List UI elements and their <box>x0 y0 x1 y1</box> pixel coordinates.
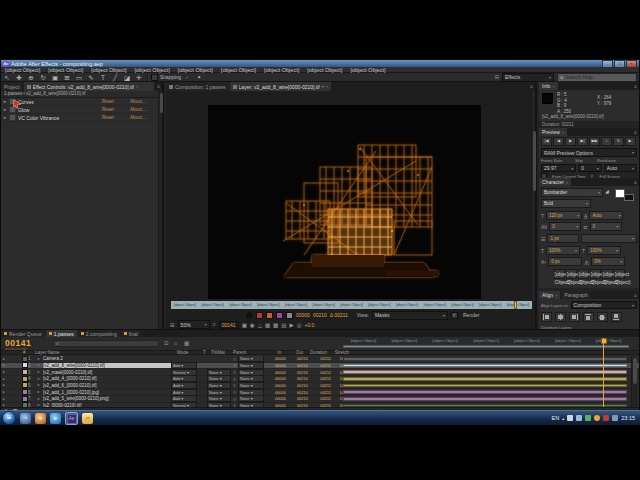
video-eye-icon[interactable]: ● <box>1 377 6 381</box>
menu-item[interactable]: [object Object] <box>346 67 389 73</box>
stroke-color-swatch[interactable] <box>624 194 634 201</box>
parent-pickwhip-icon[interactable]: ◎ <box>231 370 238 374</box>
tab-layer[interactable]: Layer: v2_add_8_wire[0000-0210].tif ▾ × <box>230 82 332 91</box>
leading-field[interactable]: Auto▾ <box>589 211 623 220</box>
faux-style-button[interactable]: [object Object] <box>566 269 577 279</box>
menu-item[interactable]: [object Object] <box>260 67 303 73</box>
panel-menu-icon[interactable]: ≣ <box>632 84 639 89</box>
timeline-tab[interactable]: final <box>121 330 141 337</box>
tray-volume-icon[interactable] <box>576 415 582 421</box>
tray-expand-icon[interactable]: ▴ <box>562 416 564 421</box>
shape-tool-icon[interactable]: ▭ <box>73 73 85 82</box>
out-value[interactable]: 00210 <box>286 390 308 395</box>
duration-value[interactable]: 00211 <box>308 356 331 361</box>
align-top-icon[interactable] <box>583 312 594 322</box>
layer-name[interactable]: [v2_add_5_wire[0000-0210].png] <box>43 396 171 401</box>
transparency-grid-icon[interactable] <box>246 312 253 319</box>
snapshot-icon[interactable]: ▣ <box>242 322 247 328</box>
search-help-input[interactable]: ⊙ Search Help <box>557 73 637 82</box>
panel-menu-icon[interactable]: ≣ <box>632 293 639 298</box>
timeline-ruler[interactable]: [object Object][object Object][object Ob… <box>343 338 629 344</box>
composition-mini-flowchart-icon[interactable]: ⊡ <box>164 340 169 346</box>
playhead-handle[interactable] <box>601 338 607 344</box>
layer-name[interactable]: [v2_mask[0000-0210].tif] <box>43 370 171 375</box>
panel-menu-icon[interactable]: ≣ <box>632 180 639 185</box>
effect-row[interactable]: ► Glow Reset About... <box>1 106 162 114</box>
workspace-dropdown[interactable]: Effects▾ <box>502 73 554 82</box>
blue-channel-icon[interactable] <box>276 312 283 319</box>
layer-duration-bar[interactable] <box>343 357 627 361</box>
duration-value[interactable]: 00211 <box>308 363 331 368</box>
tsume-field[interactable]: 0%▾ <box>591 257 625 266</box>
in-value[interactable]: 00000 <box>264 363 286 368</box>
table-row[interactable]: ● 3 ► [v2_mask[0000-0210].tif] Normal ▾ … <box>1 369 639 376</box>
layer-duration-bar[interactable] <box>343 364 627 368</box>
table-row[interactable]: ● 5 ► [v2_add_6_[0000-0210].tif] Add ▾ N… <box>1 383 639 390</box>
baseline-shift-field[interactable]: 0 px <box>548 257 582 266</box>
axis-mode-icon[interactable]: ✦ <box>193 73 205 82</box>
out-value[interactable]: 00210 <box>286 363 308 368</box>
in-value[interactable]: 00000 <box>264 390 286 395</box>
type-tool-icon[interactable]: T <box>97 73 109 82</box>
menu-item[interactable]: [object Object] <box>217 67 260 73</box>
stretch-header[interactable]: Stretch <box>327 350 349 355</box>
vertical-scale-field[interactable]: 100%▾ <box>546 246 580 255</box>
duration-value[interactable]: 00211 <box>308 396 331 401</box>
video-eye-icon[interactable]: ● <box>1 363 6 367</box>
taskbar-explorer-folder-icon[interactable]: ▱ <box>82 413 93 424</box>
viewer-scrollbar[interactable] <box>531 91 535 301</box>
rotate-tool-icon[interactable]: ↻ <box>37 73 49 82</box>
table-row[interactable]: ● 1 ► Camera 2 ▾ ▾ ◎ None ▾ 00000 <box>1 356 639 363</box>
in-value[interactable]: 00000 <box>264 383 286 388</box>
twirl-icon[interactable]: ► <box>3 99 7 104</box>
language-indicator[interactable]: EN <box>552 415 560 421</box>
font-family-dropdown[interactable]: Bombardier▾ <box>541 188 603 197</box>
duration-value[interactable]: 00211 <box>308 383 331 388</box>
tray-network-icon[interactable] <box>612 415 618 421</box>
faux-style-button[interactable]: [object Object] <box>554 269 565 279</box>
effect-row[interactable]: ► Curves Reset About... <box>1 98 162 106</box>
view-dropdown[interactable]: Masks▾ <box>372 311 448 320</box>
first-frame-button[interactable]: |◀ <box>541 137 552 146</box>
alpha-channel-icon[interactable] <box>286 312 293 319</box>
parent-pickwhip-icon[interactable]: ◎ <box>231 397 238 401</box>
duration-value[interactable]: 00211 <box>308 390 331 395</box>
play-button[interactable]: ▶ <box>565 137 576 146</box>
taskbar-firefox-icon[interactable]: ◕ <box>35 413 46 424</box>
layer-time-ruler[interactable]: [object Object][object Object][object Ob… <box>171 301 532 309</box>
effect-reset-link[interactable]: Reset <box>102 99 128 104</box>
out-value[interactable]: 00210 <box>286 396 308 401</box>
draft-3d-icon[interactable]: ⌂ <box>174 340 177 346</box>
camera-tool-icon[interactable]: ▣ <box>49 73 61 82</box>
brush-tool-icon[interactable]: ╱ <box>109 73 121 82</box>
taskbar-clock[interactable]: 23:15 <box>621 415 635 421</box>
trkmat-header[interactable]: TrkMat <box>211 350 233 355</box>
effect-about-link[interactable]: About... <box>130 107 160 112</box>
faux-style-button[interactable]: [object Object] <box>602 269 613 279</box>
layer-in-point[interactable]: 00000 <box>296 312 310 318</box>
clone-stamp-tool-icon[interactable]: ◪ <box>121 73 133 82</box>
table-row[interactable]: ● 6 ► [v2_add_1_[0000-0210].jpg] Add ▾ N… <box>1 389 639 396</box>
layer-name[interactable]: [v2_add_4_[0000-0210].tif] <box>43 376 171 381</box>
stroke-width-field[interactable]: 1 px <box>547 234 579 243</box>
puppet-pin-tool-icon[interactable]: ✛ <box>133 73 145 82</box>
duration-header[interactable]: Duration <box>303 350 327 355</box>
video-eye-icon[interactable]: ● <box>1 357 6 361</box>
panel-menu-icon[interactable]: ≣ <box>632 130 639 135</box>
faux-style-button[interactable]: [object Object] <box>590 269 601 279</box>
exposure-value[interactable]: +0.0 <box>305 322 315 328</box>
align-right-icon[interactable] <box>569 312 580 322</box>
last-frame-button[interactable]: ▶▶ <box>589 137 600 146</box>
layer-duration-bar[interactable] <box>343 377 627 381</box>
tab-project[interactable]: Project <box>1 82 23 91</box>
tab-composition[interactable]: Composition: 1.passes <box>166 82 229 91</box>
out-value[interactable]: 00210 <box>286 376 308 381</box>
align-horizontal-center-icon[interactable] <box>555 312 566 322</box>
horizontal-scale-field[interactable]: 100%▾ <box>587 246 621 255</box>
snapping-checkbox[interactable] <box>151 74 158 81</box>
faux-style-button[interactable]: [object Object] <box>614 269 625 279</box>
start-button[interactable]: ⊞ <box>2 411 16 425</box>
taskbar-media-player-icon[interactable]: ◔ <box>20 413 31 424</box>
twirl-icon[interactable]: ► <box>3 107 7 112</box>
in-value[interactable]: 00000 <box>264 356 286 361</box>
